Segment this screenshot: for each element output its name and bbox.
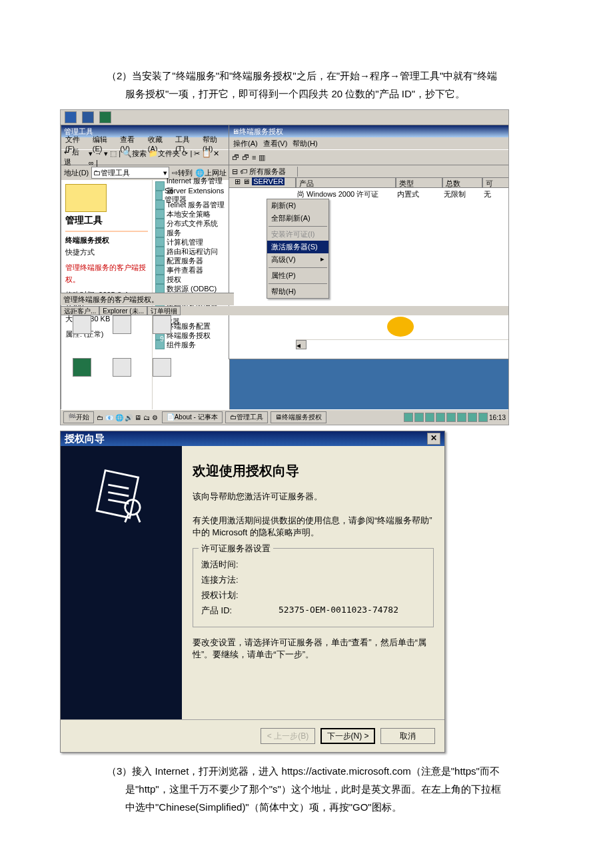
label-activate-time: 激活时间: (201, 559, 255, 571)
tree-root[interactable]: 所有服务器 (249, 167, 286, 175)
list-item[interactable]: 配置服务器 (154, 256, 228, 265)
tray-icon[interactable] (457, 413, 466, 422)
tray-icon[interactable] (446, 413, 456, 422)
list-item[interactable]: 服务 (154, 228, 228, 237)
screenshot-desktop: 管理工具 文件(F) 编辑(E) 查看(V) 收藏(A) 工具(T) 帮助(H)… (60, 109, 509, 425)
task-ts[interactable]: 🖥终端服务授权 (271, 411, 326, 423)
paragraph-2: （2）当安装了"终端服务"和"终端服务授权"之后，在"开始→程序→管理工具"中就… (107, 67, 506, 103)
sleeping-emoji-icon (387, 317, 414, 337)
desktop-icon-9[interactable]: 9 (142, 315, 182, 354)
certificate-icon (91, 466, 151, 526)
list-item[interactable]: 本地安全策略 (154, 209, 228, 219)
ts-btn1[interactable]: 🗗 (232, 153, 239, 161)
desktop-icon-excel[interactable]: Microsoft Excel (62, 358, 102, 393)
desktop-icon-about[interactable]: About (142, 358, 182, 393)
desktop-icons: 终端服务管理器 无标题1 9 Microsoft Excel 证书 About (62, 315, 182, 393)
tab-order[interactable]: 订单明细 (147, 306, 181, 315)
label-plan: 授权计划: (201, 589, 255, 601)
ctx-properties[interactable]: 属性(P) (267, 269, 328, 282)
ctx-refresh-all[interactable]: 全部刷新(A) (267, 212, 328, 225)
ts-licensing-window: 🖥 终端服务授权 操作(A) 查看(V) 帮助(H) 🗗 🗗 ≡ ▥ ⊟ 🏷 所… (229, 125, 509, 359)
ts-titlebar: 🖥 终端服务授权 (229, 125, 509, 137)
tree-server[interactable]: SERVER (252, 177, 285, 185)
desktop-icon[interactable] (65, 111, 77, 123)
admin-menubar: 文件(F) 编辑(E) 查看(V) 收藏(A) 工具(T) 帮助(H) (61, 137, 229, 149)
wizard-buttons: < 上一步(B) 下一步(N) > 取消 (61, 719, 444, 752)
task-admin[interactable]: 🗀管理工具 (225, 411, 268, 423)
licensing-wizard-dialog: 授权向导 ✕ 欢迎使用授权向导 该向导帮助您激活许可证服务器。 有关使用激活期间… (60, 431, 445, 753)
list-item[interactable]: 授权 (154, 275, 228, 284)
list-item[interactable]: 分布式文件系统 (154, 219, 228, 228)
tray-icon[interactable] (436, 413, 445, 422)
ts-menu-view[interactable]: 查看(V) (263, 139, 288, 149)
cancel-button[interactable]: 取消 (380, 728, 435, 744)
word-icon[interactable] (82, 111, 94, 123)
list-item[interactable]: Server Extensions 管理器 (154, 191, 228, 200)
list-item[interactable]: 计算机管理 (154, 237, 228, 247)
folder-banner-icon (65, 184, 107, 212)
ts-menu-help[interactable]: 帮助(H) (293, 139, 317, 149)
list-item[interactable]: 数据源 (ODBC) (154, 284, 228, 293)
ts-menu-action[interactable]: 操作(A) (233, 139, 258, 149)
quick-icons: 🗀 📧 🌐 🔊 🖥 🗂 ⚙ (97, 414, 158, 421)
desktop-icon-cert[interactable]: 证书 (102, 358, 142, 393)
wizard-heading: 欢迎使用授权向导 (193, 462, 434, 480)
server-settings-group: 许可证服务器设置 激活时间: 连接方法: 授权计划: 产品 ID:52375-O… (193, 548, 434, 627)
list-item[interactable]: 事件查看器 (154, 265, 228, 275)
label-product-id: 产品 ID: (201, 605, 255, 617)
taskbar: 🏁开始 🗀 📧 🌐 🔊 🖥 🗂 ⚙ 📄About - 记事本 🗀管理工具 🖥终端… (61, 409, 508, 425)
panel-title: 管理工具 (65, 215, 148, 227)
group-legend: 许可证服务器设置 (199, 543, 273, 555)
system-tray: 16:13 (401, 413, 508, 422)
ts-menubar: 操作(A) 查看(V) 帮助(H) (229, 137, 509, 149)
wizard-privacy: 有关使用激活期间提供数据的使用信息，请参阅“终端服务帮助”中的 Microsof… (193, 515, 434, 539)
tab-remote[interactable]: 远距客户... (61, 306, 99, 315)
back-button[interactable]: ↵ 后退 (64, 147, 86, 167)
wizard-titlebar: 授权向导 ✕ (61, 431, 444, 446)
start-button[interactable]: 🏁开始 (63, 411, 94, 423)
col-product[interactable]: 产品 (296, 177, 396, 188)
clock: 16:13 (489, 414, 506, 421)
label-conn-method: 连接方法: (201, 574, 255, 586)
ts-btn4[interactable]: ▥ (259, 153, 265, 162)
ctx-install: 安装许可证(I) (267, 228, 328, 241)
ts-btn2[interactable]: 🗗 (242, 153, 249, 161)
desktop-icon-ts-mgr[interactable]: 终端服务管理器 (62, 315, 102, 354)
task-notepad[interactable]: 📄About - 记事本 (162, 411, 223, 423)
wizard-main: 欢迎使用授权向导 该向导帮助您激活许可证服务器。 有关使用激活期间提供数据的使用… (182, 446, 444, 719)
next-button[interactable]: 下一步(N) > (320, 728, 375, 744)
tray-icon[interactable] (468, 413, 477, 422)
excel-icon[interactable] (99, 111, 111, 123)
tray-icon[interactable] (414, 413, 424, 422)
search-button[interactable]: 搜索 (132, 149, 147, 157)
close-button[interactable]: ✕ (427, 433, 440, 445)
wizard-intro: 该向导帮助您激活许可证服务器。 (193, 491, 434, 503)
col-type[interactable]: 类型 (396, 177, 442, 188)
ts-toolbar: 🗗 🗗 ≡ ▥ (229, 149, 509, 165)
desktop-icon-untitled[interactable]: 无标题1 (102, 315, 142, 354)
wizard-sidebar (61, 446, 182, 719)
list-item[interactable]: 路由和远程访问 (154, 247, 228, 256)
address-label: 地址(D) (64, 168, 89, 178)
back-button: < 上一步(B) (261, 728, 315, 744)
quick-launch (61, 110, 508, 125)
tray-icon[interactable] (404, 413, 413, 422)
folders-button[interactable]: 文件夹 (158, 149, 180, 157)
ctx-refresh[interactable]: 刷新(R) (267, 199, 328, 212)
col-total[interactable]: 总数 (442, 177, 482, 188)
paragraph-3: （3）接入 Internet，打开浏览器，进入 https://activate… (107, 762, 506, 816)
ctx-advanced[interactable]: 高级(V)▸ (267, 253, 328, 266)
ctx-help[interactable]: 帮助(H) (267, 285, 328, 298)
wizard-hint: 要改变设置，请选择许可证服务器，单击“查看”，然后单击“属性”。要继续，请单击“… (193, 637, 434, 661)
value-product-id: 52375-OEM-0011023-74782 (279, 605, 398, 617)
ts-btn3[interactable]: ≡ (252, 153, 256, 161)
license-row[interactable]: 尚 Windows 2000 许可证 内置式 无限制 无 (236, 189, 491, 199)
admin-statusbar: 管理终端服务的客户端授权。 (61, 293, 234, 305)
ctx-activate[interactable]: 激活服务器(S) (267, 241, 328, 253)
tab-explorer[interactable]: Explorer (未... (99, 306, 147, 315)
tray-icon[interactable] (425, 413, 434, 422)
context-menu: 刷新(R) 全部刷新(A) 安装许可证(I) 激活服务器(S) 高级(V)▸ 属… (267, 199, 329, 299)
col-avail[interactable]: 可 (482, 177, 509, 188)
address-input[interactable]: 🗀 管理工具▾ (91, 167, 169, 179)
tray-icon[interactable] (478, 413, 488, 422)
